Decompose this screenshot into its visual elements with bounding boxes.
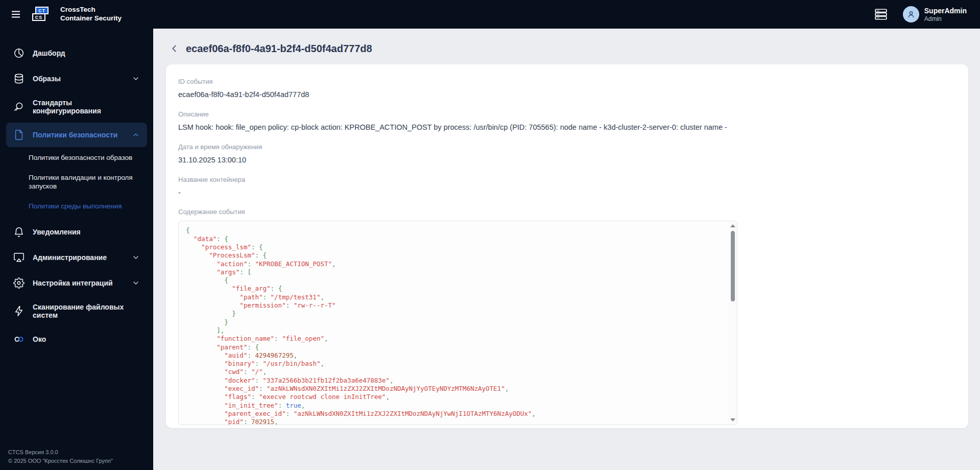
gear-icon (13, 277, 25, 289)
field-label: Дата и время обнаружения (178, 143, 956, 151)
topbar-right: SuperAdmin Admin (872, 6, 980, 23)
user-info: SuperAdmin Admin (924, 6, 967, 23)
logo-bottom-block: CS (32, 13, 45, 21)
brand-line1: CrossTech (60, 6, 122, 14)
event-json-viewer[interactable]: { "data": { "process_lsm": { "ProcessLsm… (178, 221, 737, 425)
chevron-down-icon (132, 253, 140, 262)
user-name: SuperAdmin (924, 6, 967, 15)
field-value: - (178, 188, 956, 198)
chevron-down-icon (132, 75, 140, 83)
event-json: { "data": { "process_lsm": { "ProcessLsm… (179, 221, 737, 425)
back-button[interactable] (168, 42, 181, 55)
sidebar-item-label: Уведомления (33, 228, 81, 236)
field-detected-at: Дата и время обнаружения 31.10.2025 13:0… (178, 143, 956, 165)
page-head: ecaef06a-f8f0-4a91-b2f4-d50f4ad777d8 (168, 42, 980, 55)
sidebar-item-oko[interactable]: Око (6, 327, 147, 351)
field-label: Название контейнера (178, 176, 956, 183)
server-rack-button[interactable] (872, 7, 890, 22)
server-rack-icon (873, 8, 889, 21)
scroll-up-arrow[interactable] (730, 224, 735, 227)
hamburger-menu-button[interactable] (8, 7, 23, 22)
brand-line2: Container Security (60, 14, 122, 23)
sidebar-footer: CTCS Версия 3.0.0 © 2025 ООО "Кросстех С… (8, 448, 113, 465)
copyright-text: © 2025 ООО "Кросстех Солюшнс Групп" (8, 457, 113, 465)
lightning-bolt-icon (13, 306, 25, 317)
sidebar-item-label: Настройка интеграций (33, 279, 113, 287)
scroll-down-arrow[interactable] (730, 418, 735, 421)
sidebar-item-dashboard[interactable]: Дашборд (6, 41, 147, 65)
avatar (903, 6, 919, 22)
field-value: LSM hook: hook: file_open policy: cp-blo… (178, 123, 956, 132)
sidebar-item-label: Администрирование (33, 253, 107, 262)
sidebar-item-administration[interactable]: Администрирование (6, 245, 147, 270)
sidebar-subitem-validation-policies[interactable]: Политики валидации и контроля запусков (0, 168, 148, 197)
field-label: Описание (178, 110, 956, 118)
chevron-up-icon (132, 131, 140, 139)
sidebar-item-label: Политики безопасности (33, 131, 117, 139)
sidebar-item-label: Сканирование файловых систем (33, 303, 130, 319)
sidebar-item-label: Око (33, 335, 46, 343)
user-role: Admin (924, 15, 967, 22)
oko-infinity-icon (13, 334, 25, 345)
sidebar-subitem-image-policies[interactable]: Политики безопасности образов (0, 148, 148, 168)
document-icon (13, 129, 25, 140)
pie-chart-icon (13, 48, 25, 59)
brand-name: CrossTech Container Security (60, 6, 122, 23)
chevron-down-icon (132, 279, 140, 287)
field-description: Описание LSM hook: hook: file_open polic… (178, 110, 956, 132)
security-policies-submenu: Политики безопасности образов Политики в… (0, 148, 153, 217)
page-title: ecaef06a-f8f0-4a91-b2f4-d50f4ad777d8 (186, 43, 372, 55)
field-event-id: ID события ecaef06a-f8f0-4a91-b2f4-d50f4… (178, 78, 956, 100)
sidebar-nav: Дашборд Образы Стандарты конфигурировани… (0, 29, 153, 351)
topbar: CT CS CrossTech Container Security (0, 0, 980, 29)
field-container-name: Название контейнера - (178, 176, 956, 198)
sidebar-item-label: Стандарты конфигурирования (33, 99, 130, 115)
chevron-left-icon (169, 43, 180, 54)
event-details-card: ID события ecaef06a-f8f0-4a91-b2f4-d50f4… (166, 64, 968, 428)
sidebar-item-label: Дашборд (33, 49, 65, 57)
version-text: CTCS Версия 3.0.0 (8, 448, 113, 457)
field-value: 31.10.2025 13:00:10 (178, 155, 956, 165)
sidebar-subitem-runtime-policies[interactable]: Политики среды выполнения (0, 197, 148, 217)
display-icon (13, 252, 25, 263)
scrollbar-thumb[interactable] (731, 231, 735, 301)
sidebar-item-integrations[interactable]: Настройка интеграций (6, 271, 147, 295)
field-label: Содержание события (178, 208, 956, 216)
user-menu[interactable]: SuperAdmin Admin (903, 6, 967, 23)
json-scrollbar[interactable] (729, 222, 736, 424)
main-content: ecaef06a-f8f0-4a91-b2f4-d50f4ad777d8 ID … (153, 0, 980, 470)
sidebar-item-security-policies[interactable]: Политики безопасности (6, 123, 147, 147)
database-icon (13, 73, 25, 84)
field-label: ID события (178, 78, 956, 85)
sidebar-item-images[interactable]: Образы (6, 66, 147, 91)
hamburger-icon (10, 9, 21, 20)
person-icon (906, 9, 916, 19)
sidebar-item-config-standards[interactable]: Стандарты конфигурирования (6, 92, 147, 122)
topbar-left: CT CS CrossTech Container Security (0, 6, 122, 23)
sidebar-item-notifications[interactable]: Уведомления (6, 220, 147, 244)
field-value: ecaef06a-f8f0-4a91-b2f4-d50f4ad777d8 (178, 90, 956, 100)
magnifier-icon (13, 101, 25, 112)
sidebar-item-filesystem-scan[interactable]: Сканирование файловых систем (6, 296, 147, 326)
sidebar: Дашборд Образы Стандарты конфигурировани… (0, 29, 153, 470)
field-event-content: Содержание события { "data": { "process_… (178, 208, 956, 425)
sidebar-item-label: Образы (33, 75, 61, 83)
bell-icon (13, 226, 25, 238)
brand-logo: CT CS (31, 6, 53, 23)
